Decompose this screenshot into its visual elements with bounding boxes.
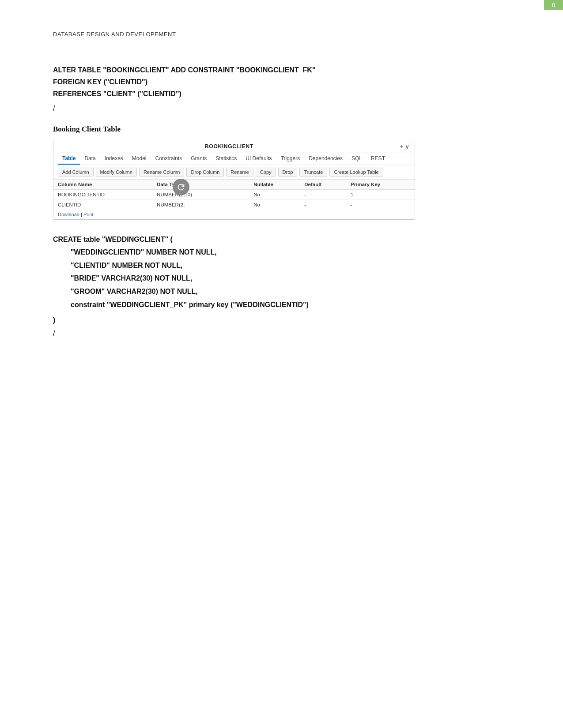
create-line4: "BRIDE" VARCHAR2(30) NOT NULL, <box>53 272 506 285</box>
cell-column-name: BOOKINGCLIENTID <box>53 189 152 199</box>
col-header-default: Default <box>300 180 346 190</box>
drop-column-button[interactable]: Drop Column <box>186 168 224 176</box>
cell-nullable: No <box>249 199 300 210</box>
col-header-primary-key: Primary Key <box>346 180 415 190</box>
plus-button[interactable]: + ∨ <box>400 143 409 150</box>
cell-nullable: No <box>249 189 300 199</box>
cell-column-name: CLIENTID <box>53 199 152 210</box>
col-header-data-type: Data Type <box>152 180 249 190</box>
tab-dependencies[interactable]: Dependencies <box>304 153 347 165</box>
toolbar: Add Column Modify Column Rename Column D… <box>53 165 415 180</box>
create-line1: CREATE table "WEDDINGCLIENT" ( <box>53 233 506 246</box>
tab-table[interactable]: Table <box>58 153 80 165</box>
alter-table-sql: ALTER TABLE "BOOKINGCLIENT" ADD CONSTRAI… <box>53 64 506 100</box>
table-header-row: Column Name Data Type Nullable Default P… <box>53 180 415 190</box>
alter-line1: ALTER TABLE "BOOKINGCLIENT" ADD CONSTRAI… <box>53 64 506 76</box>
cell-primary-key: 1 <box>346 189 415 199</box>
widget-footer: Download | Print <box>53 210 415 219</box>
cell-default: - <box>300 199 346 210</box>
print-link[interactable]: Print <box>83 212 94 217</box>
create-table-sql: CREATE table "WEDDINGCLIENT" ( "WEDDINGC… <box>53 233 506 311</box>
slash2: / <box>53 330 506 338</box>
add-column-button[interactable]: Add Column <box>58 168 94 176</box>
widget-title: BOOKINGCLIENT <box>59 143 400 150</box>
download-link[interactable]: Download <box>58 212 79 217</box>
table-container: Column Name Data Type Nullable Default P… <box>53 180 415 210</box>
tab-data[interactable]: Data <box>80 153 100 165</box>
refresh-svg <box>176 182 186 192</box>
tab-rest[interactable]: REST <box>367 153 389 165</box>
alter-line2: FOREIGN KEY ("CLIENTID") <box>53 76 506 88</box>
create-line2: "WEDDINGCLIENTID" NUMBER NOT NULL, <box>53 246 506 259</box>
tab-indexes[interactable]: Indexes <box>100 153 128 165</box>
modify-column-button[interactable]: Modify Column <box>96 168 137 176</box>
rename-column-button[interactable]: Rename Column <box>139 168 185 176</box>
cell-primary-key: - <box>346 199 415 210</box>
alter-line3: REFERENCES "CLIENT" ("CLIENTID") <box>53 88 506 100</box>
copy-button[interactable]: Copy <box>256 168 276 176</box>
tab-grants[interactable]: Grants <box>186 153 211 165</box>
table-row: CLIENTID NUMBER(2, No - - <box>53 199 415 210</box>
cell-data-type: NUMBER(2, <box>152 199 249 210</box>
tab-model[interactable]: Model <box>128 153 151 165</box>
tab-sql[interactable]: SQL <box>347 153 367 165</box>
create-line3: "CLIENTID" NUMBER NOT NULL, <box>53 259 506 272</box>
tab-constraints[interactable]: Constraints <box>151 153 187 165</box>
columns-table: Column Name Data Type Nullable Default P… <box>53 180 415 210</box>
rename-button[interactable]: Rename <box>226 168 253 176</box>
drop-button[interactable]: Drop <box>278 168 298 176</box>
cell-default: - <box>300 189 346 199</box>
create-line5: "GROOM" VARCHAR2(30) NOT NULL, <box>53 285 506 298</box>
page-number-badge: 8 <box>544 0 563 10</box>
create-lookup-table-button[interactable]: Create Lookup Table <box>329 168 383 176</box>
nav-tabs: Table Data Indexes Model Constraints Gra… <box>53 153 415 165</box>
table-row: BOOKINGCLIENTID NUMBER(2,10) No - 1 <box>53 189 415 199</box>
widget-header: BOOKINGCLIENT + ∨ <box>53 140 415 153</box>
refresh-icon[interactable] <box>173 179 189 195</box>
page: 8 DATABASE DESIGN AND DEVELOPEMENT ALTER… <box>0 0 563 728</box>
col-header-column-name: Column Name <box>53 180 152 190</box>
slash1: / <box>53 105 506 113</box>
section-title: Booking Client Table <box>53 125 506 134</box>
truncate-button[interactable]: Truncate <box>299 168 327 176</box>
create-line6: constraint "WEDDINGCLIENT_PK" primary ke… <box>53 298 506 311</box>
col-header-nullable: Nullable <box>249 180 300 190</box>
page-header: DATABASE DESIGN AND DEVELOPEMENT <box>53 31 506 38</box>
create-close: ) <box>53 314 506 327</box>
tab-statistics[interactable]: Statistics <box>211 153 241 165</box>
tab-ui-defaults[interactable]: UI Defaults <box>241 153 276 165</box>
footer-separator: | <box>79 212 83 217</box>
cell-data-type: NUMBER(2,10) <box>152 189 249 199</box>
tab-triggers[interactable]: Triggers <box>276 153 305 165</box>
table-widget: BOOKINGCLIENT + ∨ Table Data Indexes Mod… <box>53 140 415 220</box>
